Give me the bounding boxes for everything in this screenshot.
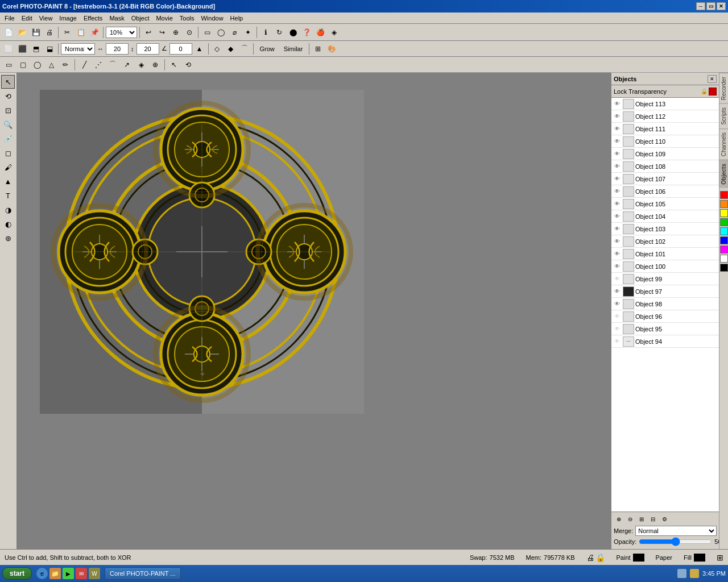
eye-104[interactable]: 👁 [613, 212, 622, 221]
eye-96[interactable]: 👁 [613, 312, 622, 321]
node-tool[interactable]: ◈ [135, 59, 147, 71]
mask-invert-button[interactable]: ⬒ [30, 43, 42, 55]
rectangle-tool[interactable]: ▭ [2, 59, 15, 71]
dodge-burn-tool[interactable]: ◐ [1, 217, 15, 231]
eye-100[interactable]: 👁 [613, 262, 622, 271]
magic-wand-button[interactable]: ✦ [242, 26, 254, 39]
lock-transparency-button[interactable]: 🔒 [700, 87, 709, 96]
rounded-rect-tool[interactable]: ▢ [16, 59, 29, 71]
angle-up-button[interactable]: ▲ [193, 43, 206, 55]
mode-select[interactable]: Normal Additive Subtractive XOR [61, 43, 95, 55]
object-row-97[interactable]: 👁 Object 97 [611, 285, 719, 298]
delete-layer-button[interactable]: ⊖ [625, 514, 635, 524]
start-button[interactable]: start [2, 567, 32, 580]
menu-movie[interactable]: Movie [152, 14, 176, 23]
menu-window[interactable]: Window [197, 14, 226, 23]
menu-edit[interactable]: Edit [18, 14, 36, 23]
layer-settings-button[interactable]: ⚙ [659, 514, 669, 524]
palette-blue[interactable] [720, 236, 728, 244]
palette-cyan[interactable] [720, 227, 728, 235]
eye-109[interactable]: 👁 [613, 149, 622, 159]
palette-orange[interactable] [720, 200, 728, 208]
menu-file[interactable]: File [1, 14, 18, 23]
transform-object-tool[interactable]: ⟲ [1, 89, 15, 103]
color-balance-button[interactable]: ⬤ [287, 26, 299, 39]
paintbrush-tool[interactable]: 🖌 [1, 160, 15, 174]
object-row-104[interactable]: 👁 Object 104 [611, 210, 719, 223]
object-row-105[interactable]: 👁 Object 105 [611, 198, 719, 210]
menu-object[interactable]: Object [128, 14, 153, 23]
eye-111[interactable]: 👁 [613, 124, 622, 134]
print-button[interactable]: 🖨 [43, 26, 56, 39]
eye-110[interactable]: 👁 [613, 137, 622, 146]
object-row-113[interactable]: 👁 Object 113 [611, 98, 719, 110]
eye-98[interactable]: 👁 [613, 300, 622, 309]
save-button[interactable]: 💾 [30, 26, 42, 39]
minimize-button[interactable]: ─ [696, 2, 705, 10]
mask-none-button[interactable]: ⬛ [16, 43, 28, 55]
height-input[interactable] [136, 43, 159, 55]
object-row-101[interactable]: 👁 Object 101 [611, 248, 719, 260]
object-row-102[interactable]: 👁 Object 102 [611, 235, 719, 248]
menu-view[interactable]: View [36, 14, 56, 23]
eye-107[interactable]: 👁 [613, 174, 622, 184]
checkpoint-button[interactable]: ⊕ [169, 26, 182, 39]
rect-select-button[interactable]: ▭ [201, 26, 213, 39]
object-row-109[interactable]: 👁 Object 109 [611, 148, 719, 160]
objects-tab[interactable]: Objects [719, 160, 728, 188]
object-row-107[interactable]: 👁 Object 107 [611, 173, 719, 185]
canvas-area[interactable]: ✦ [17, 73, 611, 549]
object-row-95[interactable]: 👁 Object 95 [611, 323, 719, 335]
eye-106[interactable]: 👁 [613, 187, 622, 196]
folder-icon[interactable]: 📁 [49, 568, 61, 579]
new-layer-button[interactable]: ⊕ [614, 514, 624, 524]
connect-tool[interactable]: ⊕ [149, 59, 162, 71]
width-input[interactable] [106, 43, 129, 55]
arrow-tool[interactable]: ↗ [121, 59, 133, 71]
help-button[interactable]: ❓ [300, 26, 313, 39]
transform-button[interactable]: ⊞ [312, 43, 324, 55]
new-button[interactable]: 📄 [2, 26, 15, 39]
app-icon[interactable]: W [89, 568, 100, 579]
eye-108[interactable]: 👁 [613, 162, 622, 171]
eraser-tool[interactable]: ◻ [1, 146, 15, 160]
smooth-button[interactable]: ⌒ [238, 43, 251, 55]
palette-green[interactable] [720, 218, 728, 226]
object-row-108[interactable]: 👁 Object 108 [611, 160, 719, 173]
scripts-tab[interactable]: Scripts [719, 103, 728, 128]
channels-tab[interactable]: Channels [719, 128, 728, 160]
eye-113[interactable]: 👁 [613, 99, 622, 109]
transform-free-tool[interactable]: ⟲ [182, 59, 195, 71]
object-row-112[interactable]: 👁 Object 112 [611, 110, 719, 123]
merge-layer-button[interactable]: ⊟ [648, 514, 658, 524]
media-icon[interactable]: ▶ [63, 568, 74, 579]
crop-tool[interactable]: ⊡ [1, 103, 15, 117]
eye-101[interactable]: 👁 [613, 250, 622, 259]
angle-input[interactable] [169, 43, 192, 55]
objects-close-button[interactable]: ✕ [708, 75, 717, 83]
eye-112[interactable]: 👁 [613, 112, 622, 121]
palette-red[interactable] [720, 191, 728, 199]
ellipse-tool[interactable]: ◯ [31, 59, 43, 71]
move-tool[interactable]: ↖ [168, 59, 180, 71]
copy-button[interactable]: 📋 [75, 26, 87, 39]
merge-mode-select[interactable]: Normal Multiply Screen Overlay [635, 526, 717, 536]
object-row-110[interactable]: 👁 Object 110 [611, 135, 719, 148]
menu-image[interactable]: Image [56, 14, 80, 23]
eye-97[interactable]: 👁 [613, 287, 622, 296]
refresh-button[interactable]: ↻ [273, 26, 286, 39]
mail-icon[interactable]: ✉ [76, 568, 87, 579]
object-row-100[interactable]: 👁 Object 100 [611, 260, 719, 273]
color-button[interactable]: 🎨 [325, 43, 338, 55]
freehand-tool[interactable]: ⋰ [92, 59, 105, 71]
paint-color[interactable] [633, 554, 644, 562]
fill-color[interactable] [694, 554, 705, 562]
object-row-94[interactable]: 👁 ⋯ Object 94 [611, 335, 719, 348]
objects-list[interactable]: 👁 Object 113 👁 Object 112 👁 Object 111 👁 [611, 98, 719, 512]
ie-icon[interactable]: e [36, 568, 48, 579]
restore-button[interactable]: ▭ [706, 2, 715, 10]
blend-tool[interactable]: ◑ [1, 203, 15, 217]
object-row-103[interactable]: 👁 Object 103 [611, 223, 719, 235]
eyedropper-tool[interactable]: 💉 [1, 132, 15, 146]
redo-button[interactable]: ↪ [156, 26, 168, 39]
